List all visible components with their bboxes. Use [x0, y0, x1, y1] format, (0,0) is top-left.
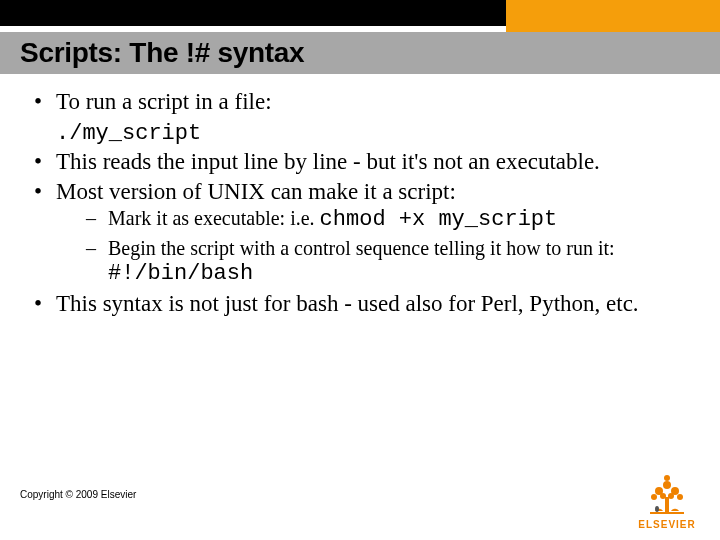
top-orange-box: [506, 0, 720, 32]
slide: Scripts: The !# syntax To run a script i…: [0, 0, 720, 540]
bullet-text: Most version of UNIX can make it a scrip…: [56, 179, 456, 204]
svg-rect-0: [665, 497, 669, 513]
svg-point-4: [660, 493, 666, 499]
code-text: chmod +x my_script: [320, 207, 558, 232]
slide-title: Scripts: The !# syntax: [20, 37, 304, 69]
bullet-text: This syntax is not just for bash - used …: [56, 291, 639, 316]
code-text: ./my_script: [56, 121, 201, 146]
sub-bullet-list: Mark it as executable: i.e. chmod +x my_…: [56, 206, 692, 288]
bullet-item: Most version of UNIX can make it a scrip…: [28, 178, 692, 288]
bullet-text: To run a script in a file:: [56, 89, 272, 114]
svg-point-1: [663, 481, 671, 489]
content-area: To run a script in a file: ./my_script T…: [28, 88, 692, 320]
copyright-text: Copyright © 2009 Elsevier: [20, 489, 136, 500]
sub-bullet-item: Mark it as executable: i.e. chmod +x my_…: [56, 206, 692, 234]
tree-icon: [644, 471, 690, 517]
bullet-item: This syntax is not just for bash - used …: [28, 290, 692, 318]
bullet-text: This reads the input line by line - but …: [56, 149, 600, 174]
bullet-list: This reads the input line by line - but …: [28, 148, 692, 318]
bullet-list: To run a script in a file:: [28, 88, 692, 116]
sub-bullet-item: Begin the script with a control sequence…: [56, 236, 692, 288]
svg-point-10: [655, 506, 659, 512]
code-text: #!/bin/bash: [108, 261, 253, 286]
sub-text: Mark it as executable: i.e.: [108, 207, 320, 229]
logo-label: ELSEVIER: [632, 519, 702, 530]
code-block: ./my_script: [28, 118, 692, 148]
sub-text: Begin the script with a control sequence…: [108, 237, 615, 259]
svg-point-7: [651, 494, 657, 500]
elsevier-logo: ELSEVIER: [632, 471, 702, 530]
svg-point-8: [677, 494, 683, 500]
svg-rect-9: [650, 512, 684, 514]
bullet-item: To run a script in a file:: [28, 88, 692, 116]
svg-point-6: [664, 475, 670, 481]
bullet-item: This reads the input line by line - but …: [28, 148, 692, 176]
svg-point-5: [668, 493, 674, 499]
title-bar: Scripts: The !# syntax: [0, 32, 720, 74]
